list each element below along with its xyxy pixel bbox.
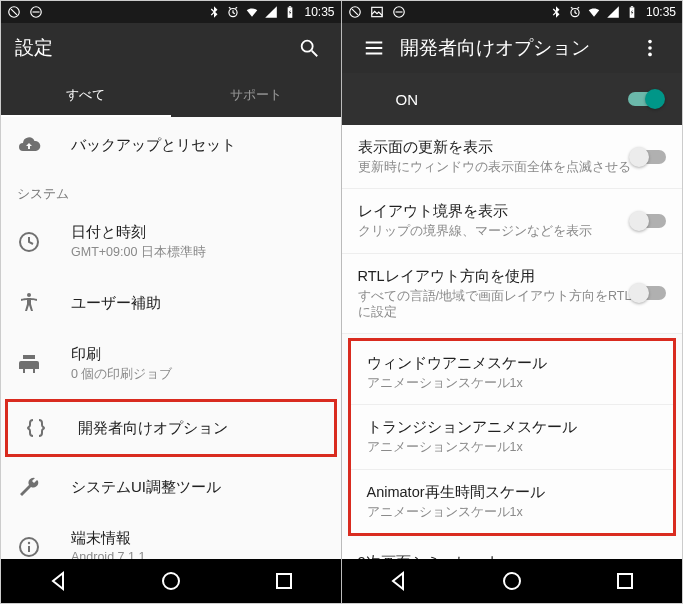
svg-point-27 xyxy=(504,573,520,589)
svg-line-17 xyxy=(352,9,358,15)
cellular-icon xyxy=(264,5,278,19)
toggle-switch[interactable] xyxy=(632,214,666,228)
app-bar: 開発者向けオプション xyxy=(342,23,683,73)
row-about-phone[interactable]: 端末情報 Android 7.1.1 xyxy=(1,515,341,559)
row-print[interactable]: 印刷 0 個の印刷ジョブ xyxy=(1,331,341,397)
nav-recents-button[interactable] xyxy=(613,569,637,593)
battery-icon xyxy=(283,5,297,19)
row-title: 開発者向けオプション xyxy=(78,419,318,438)
row-developer-options[interactable]: 開発者向けオプション xyxy=(5,399,337,457)
print-icon xyxy=(17,352,41,376)
row-system-ui-tuner[interactable]: システムUI調整ツール xyxy=(1,459,341,515)
row-layout-bounds[interactable]: レイアウト境界を表示 クリップの境界線、マージンなどを表示 xyxy=(342,189,683,253)
row-subtitle: クリップの境界線、マージンなどを表示 xyxy=(358,223,633,239)
row-subtitle: GMT+09:00 日本標準時 xyxy=(71,244,325,261)
settings-list[interactable]: バックアップとリセット システム 日付と時刻 GMT+09:00 日本標準時 ユ… xyxy=(1,117,341,559)
row-window-animation-scale[interactable]: ウィンドウアニメスケール アニメーションスケール1x xyxy=(351,341,674,405)
dev-options-list[interactable]: 表示面の更新を表示 更新時にウィンドウの表示面全体を点滅させる レイアウト境界を… xyxy=(342,125,683,559)
master-switch-label: ON xyxy=(396,91,419,108)
wifi-icon xyxy=(245,5,259,19)
svg-rect-6 xyxy=(289,6,291,7)
navigation-bar xyxy=(1,559,341,603)
developer-options-screen: 10:35 開発者向けオプション ON 表示面の更新を表示 更新時にウィンドウの… xyxy=(342,1,683,603)
page-title: 開発者向けオプション xyxy=(400,35,633,61)
tab-support[interactable]: サポート xyxy=(171,73,341,117)
alarm-icon xyxy=(226,5,240,19)
dnd-icon xyxy=(29,5,43,19)
row-force-rtl[interactable]: RTLレイアウト方向を使用 すべての言語/地域で画面レイアウト方向をRTLに設定 xyxy=(342,254,683,335)
info-icon xyxy=(17,535,41,559)
master-switch-toggle[interactable] xyxy=(628,92,662,106)
tab-bar: すべて サポート xyxy=(1,73,341,117)
row-subtitle: アニメーションスケール1x xyxy=(367,504,658,520)
page-title: 設定 xyxy=(15,35,291,61)
system-section-header: システム xyxy=(1,173,341,209)
overflow-button[interactable] xyxy=(632,30,668,66)
navigation-bar xyxy=(342,559,683,603)
row-title: Animator再生時間スケール xyxy=(367,483,658,502)
row-title: RTLレイアウト方向を使用 xyxy=(358,267,633,286)
svg-rect-13 xyxy=(28,546,30,552)
bluetooth-icon xyxy=(207,5,221,19)
clock-time: 10:35 xyxy=(646,5,676,19)
row-simulate-secondary-display[interactable]: 2次画面シミュレート なし xyxy=(342,540,683,559)
master-switch-bar[interactable]: ON xyxy=(342,73,683,125)
clock-icon xyxy=(17,230,41,254)
row-title: ウィンドウアニメスケール xyxy=(367,354,658,373)
animation-scales-highlight: ウィンドウアニメスケール アニメーションスケール1x トランジションアニメスケー… xyxy=(348,338,677,536)
alarm-icon xyxy=(568,5,582,19)
nav-recents-button[interactable] xyxy=(272,569,296,593)
wifi-icon xyxy=(587,5,601,19)
svg-point-10 xyxy=(27,293,31,297)
bluetooth-icon xyxy=(549,5,563,19)
row-title: 印刷 xyxy=(71,345,325,364)
row-title: 端末情報 xyxy=(71,529,325,548)
toggle-switch[interactable] xyxy=(632,286,666,300)
status-bar: 10:35 xyxy=(1,1,341,23)
nav-back-button[interactable] xyxy=(386,569,410,593)
auto-rotate-icon xyxy=(7,5,21,19)
tab-all[interactable]: すべて xyxy=(1,73,171,117)
row-backup-reset[interactable]: バックアップとリセット xyxy=(1,117,341,173)
row-accessibility[interactable]: ユーザー補助 xyxy=(1,275,341,331)
svg-line-8 xyxy=(311,51,317,57)
toggle-switch[interactable] xyxy=(632,150,666,164)
nav-back-button[interactable] xyxy=(46,569,70,593)
image-icon xyxy=(370,5,384,19)
svg-point-24 xyxy=(648,40,652,44)
row-subtitle: アニメーションスケール1x xyxy=(367,439,658,455)
nav-home-button[interactable] xyxy=(500,569,524,593)
braces-icon xyxy=(24,416,48,440)
svg-rect-28 xyxy=(618,574,632,588)
dnd-icon xyxy=(392,5,406,19)
accessibility-icon xyxy=(17,291,41,315)
row-title: 表示面の更新を表示 xyxy=(358,138,633,157)
status-bar: 10:35 xyxy=(342,1,683,23)
row-animator-duration-scale[interactable]: Animator再生時間スケール アニメーションスケール1x xyxy=(351,470,674,533)
row-date-time[interactable]: 日付と時刻 GMT+09:00 日本標準時 xyxy=(1,209,341,275)
app-bar: 設定 xyxy=(1,23,341,73)
row-transition-animation-scale[interactable]: トランジションアニメスケール アニメーションスケール1x xyxy=(351,405,674,469)
row-surface-updates[interactable]: 表示面の更新を表示 更新時にウィンドウの表示面全体を点滅させる xyxy=(342,125,683,189)
svg-point-26 xyxy=(648,53,652,57)
row-subtitle: アニメーションスケール1x xyxy=(367,375,658,391)
row-title: バックアップとリセット xyxy=(71,136,325,155)
nav-home-button[interactable] xyxy=(159,569,183,593)
tab-label: サポート xyxy=(230,86,282,104)
tab-label: すべて xyxy=(66,86,105,104)
wrench-icon xyxy=(17,475,41,499)
svg-rect-15 xyxy=(277,574,291,588)
row-title: トランジションアニメスケール xyxy=(367,418,658,437)
cellular-icon xyxy=(606,5,620,19)
row-title: 日付と時刻 xyxy=(71,223,325,242)
row-subtitle: すべての言語/地域で画面レイアウト方向をRTLに設定 xyxy=(358,288,633,321)
row-subtitle: 0 個の印刷ジョブ xyxy=(71,366,325,383)
menu-button[interactable] xyxy=(356,30,392,66)
svg-line-1 xyxy=(11,9,17,15)
battery-icon xyxy=(625,5,639,19)
row-title: システムUI調整ツール xyxy=(71,478,325,497)
svg-rect-23 xyxy=(631,6,633,7)
row-title: ユーザー補助 xyxy=(71,294,325,313)
cloud-upload-icon xyxy=(17,133,41,157)
search-button[interactable] xyxy=(291,30,327,66)
